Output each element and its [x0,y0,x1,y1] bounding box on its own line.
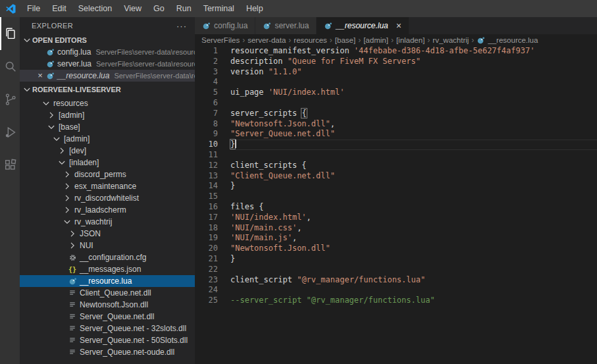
code-line-8[interactable]: 8"Newtonsoft.Json.dll", [195,119,597,130]
menu-selection[interactable]: Selection [72,0,118,17]
code-line-3[interactable]: 3version "1.1.0" [195,67,597,78]
tree-item-[admin][interactable]: [admin] [20,109,195,121]
tree-item-Client_Queue.net.dll[interactable]: Client_Queue.net.dll [20,287,195,299]
code-line-4[interactable]: 4 [195,77,597,88]
code-line-content[interactable]: 'NUI/main.css', [230,223,597,234]
tree-item-rv_laadscherm[interactable]: rv_laadscherm [20,204,195,216]
code-line-content[interactable] [230,285,597,296]
code-line-15[interactable]: 15 [195,192,597,202]
tree-item-Server_Queue.net.dll[interactable]: Server_Queue.net.dll [20,311,195,323]
code-line-7[interactable]: 7server_scripts { [195,109,597,119]
breadcrumb-item[interactable]: [inladen] [396,36,425,44]
code-line-content[interactable] [230,98,597,109]
tree-item-discord_perms[interactable]: discord_perms [20,169,195,180]
tree-item-Newtonsoft.Json.dll[interactable]: Newtonsoft.Json.dll [20,299,195,311]
tree-item-__messages.json[interactable]: {}__messages.json [20,263,195,275]
code-line-content[interactable]: --server_script "@rv_manager/functions.l… [230,296,597,306]
menu-go[interactable]: Go [147,0,170,17]
tab-__resource.lua[interactable]: __resource.lua× [317,17,409,34]
tree-item-[base][interactable]: [base] [20,121,195,133]
activity-run-debug-icon[interactable] [0,116,20,149]
code-line-content[interactable] [230,150,597,161]
tab-config.lua[interactable]: config.lua [195,17,255,34]
breadcrumb-item[interactable]: server-data [247,36,286,44]
code-line-content[interactable]: files { [230,202,597,213]
code-line-1[interactable]: 1resource_manifest_version '44febabe-d38… [195,46,597,57]
code-line-19[interactable]: 19'NUI/main.js', [195,233,597,244]
tree-item-Server_Queue.net_-_32slots.dll[interactable]: Server_Queue.net - 32slots.dll [20,323,195,334]
code-line-content[interactable]: "Server_Queue.net.dll" [230,129,597,140]
code-line-content[interactable] [230,192,597,202]
activity-search-icon[interactable] [0,50,20,83]
open-editor-config.lua[interactable]: config.luaServerFiles\server-data\resour… [20,46,195,58]
breadcrumb-item[interactable]: ServerFiles [201,36,240,44]
tree-item-JSON[interactable]: JSON [20,228,195,240]
code-line-17[interactable]: 17'NUI/index.html', [195,213,597,223]
code-line-content[interactable]: "Newtonsoft.Json.dll", [230,119,597,130]
code-line-content[interactable]: } [230,140,597,150]
code-line-content[interactable]: client_script "@rv_manager/functions.lua… [230,275,597,286]
workspace-section-header[interactable]: ROERVEEN-LIVESERVER [20,82,195,97]
code-line-9[interactable]: 9"Server_Queue.net.dll" [195,129,597,140]
code-line-18[interactable]: 18'NUI/main.css', [195,223,597,234]
code-line-content[interactable] [230,77,597,88]
code-line-content[interactable]: description "Queue for FiveM FX Servers" [230,57,597,67]
code-line-content[interactable]: server_scripts { [230,109,597,119]
open-editor-server.lua[interactable]: server.luaServerFiles\server-data\resour… [20,58,195,70]
code-line-content[interactable]: ui_page 'NUI/index.html' [230,88,597,98]
code-line-16[interactable]: 16files { [195,202,597,213]
code-line-14[interactable]: 14} [195,181,597,192]
close-icon[interactable]: × [396,21,402,30]
menu-edit[interactable]: Edit [46,0,72,17]
code-line-21[interactable]: 21} [195,254,597,265]
code-line-content[interactable]: } [230,254,597,265]
menu-file[interactable]: File [21,0,46,17]
tree-item-rv_wachtrij[interactable]: rv_wachtrij [20,216,195,228]
code-line-content[interactable]: "Client_Queue.net.dll" [230,171,597,182]
code-line-content[interactable]: "Newtonsoft.Json.dll" [230,244,597,254]
breadcrumb-item[interactable]: [admin] [363,36,388,44]
code-line-10[interactable]: 10} [195,140,597,150]
code-line-content[interactable]: } [230,181,597,192]
code-line-23[interactable]: 23client_script "@rv_manager/functions.l… [195,275,597,286]
code-line-12[interactable]: 12client_scripts { [195,161,597,171]
code-line-5[interactable]: 5ui_page 'NUI/index.html' [195,88,597,98]
menu-terminal[interactable]: Terminal [197,0,240,17]
code-line-2[interactable]: 2description "Queue for FiveM FX Servers… [195,57,597,67]
tree-item-rv_discordwhitelist[interactable]: rv_discordwhitelist [20,192,195,204]
activity-explorer-icon[interactable] [0,17,20,50]
code-line-24[interactable]: 24 [195,285,597,296]
tree-item-__resource.lua[interactable]: __resource.lua [20,275,195,287]
breadcrumb-item[interactable]: resources [294,36,327,44]
breadcrumb-item[interactable]: rv_wachtrij [432,36,469,44]
open-editor-__resource.lua[interactable]: ×__resource.luaServerFiles\server-data\r… [20,70,195,82]
code-line-content[interactable]: resource_manifest_version '44febabe-d386… [230,46,597,57]
code-line-13[interactable]: 13"Client_Queue.net.dll" [195,171,597,182]
code-line-6[interactable]: 6 [195,98,597,109]
code-line-content[interactable]: 'NUI/main.js', [230,233,597,244]
tree-item-[dev][interactable]: [dev] [20,145,195,157]
tree-item-[admin][interactable]: [admin] [20,133,195,145]
close-icon[interactable]: × [36,71,45,80]
activity-extensions-icon[interactable] [0,149,20,182]
tree-item-NUI[interactable]: NUI [20,240,195,251]
code-line-content[interactable]: client_scripts { [230,161,597,171]
code-line-20[interactable]: 20"Newtonsoft.Json.dll" [195,244,597,254]
tree-item-[inladen][interactable]: [inladen] [20,157,195,169]
more-actions-icon[interactable]: ··· [176,21,187,31]
open-editors-section-header[interactable]: OPEN EDITORS [20,34,195,46]
code-line-content[interactable]: version "1.1.0" [230,67,597,78]
menu-view[interactable]: View [118,0,147,17]
breadcrumb-item[interactable]: [base] [335,36,355,44]
tab-server.lua[interactable]: server.lua [255,17,317,34]
activity-source-control-icon[interactable] [0,83,20,116]
code-line-22[interactable]: 22 [195,265,597,275]
code-line-11[interactable]: 11 [195,150,597,161]
tree-item-Server_Queue.net-oude.dll[interactable]: Server_Queue.net-oude.dll [20,346,195,358]
code-line-content[interactable]: 'NUI/index.html', [230,213,597,223]
code-editor[interactable]: 1resource_manifest_version '44febabe-d38… [195,46,597,364]
tree-item-Server_Queue.net_-_50Slots.dll[interactable]: Server_Queue.net - 50Slots.dll [20,334,195,346]
tree-item-__configuration.cfg[interactable]: __configuration.cfg [20,251,195,263]
code-line-content[interactable] [230,265,597,275]
code-line-25[interactable]: 25--server_script "@rv_manager/functions… [195,296,597,306]
